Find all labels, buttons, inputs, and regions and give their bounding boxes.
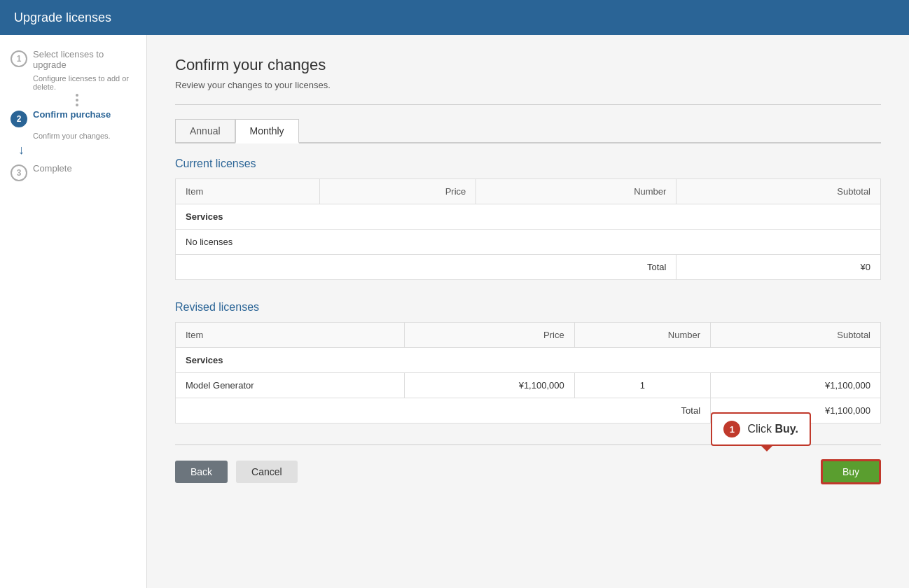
tab-monthly[interactable]: Monthly xyxy=(235,119,299,144)
tooltip-bold: Buy. xyxy=(775,423,798,435)
step-1-sublabel: Configure licenses to add or delete. xyxy=(33,74,136,91)
item-subtotal: ¥1,100,000 xyxy=(711,373,881,398)
step-1: 1 Select licenses to upgrade xyxy=(11,49,136,70)
step-3-circle: 3 xyxy=(11,164,27,181)
no-licenses-row: No licenses xyxy=(176,230,881,255)
revised-licenses-title: Revised licenses xyxy=(175,301,881,314)
col-item-current: Item xyxy=(176,179,320,204)
tab-annual[interactable]: Annual xyxy=(175,119,235,142)
back-button[interactable]: Back xyxy=(175,461,228,483)
col-number-current: Number xyxy=(476,179,676,204)
services-group-current: Services xyxy=(176,204,881,230)
app-title: Upgrade licenses xyxy=(14,10,111,25)
current-total-label: Total xyxy=(176,255,676,280)
services-label-revised: Services xyxy=(176,348,881,373)
current-licenses-title: Current licenses xyxy=(175,158,881,170)
item-name: Model Generator xyxy=(176,373,405,398)
click-buy-tooltip: 1 Click Buy. xyxy=(711,412,811,446)
tooltip-message: Click Buy. xyxy=(747,423,798,435)
footer-area: Back Cancel 1 Click Buy. Buy xyxy=(175,444,881,484)
step-3-title: Complete xyxy=(33,163,72,174)
current-total-row: Total ¥0 xyxy=(176,255,881,280)
billing-tabs: Annual Monthly xyxy=(175,119,881,144)
revised-licenses-table: Item Price Number Subtotal Services Mode… xyxy=(175,322,881,424)
col-price-current: Price xyxy=(320,179,476,204)
revised-total-label: Total xyxy=(176,398,711,424)
item-number: 1 xyxy=(574,373,710,398)
sidebar: 1 Select licenses to upgrade Configure l… xyxy=(0,35,147,588)
col-subtotal-revised: Subtotal xyxy=(711,323,881,348)
divider-top xyxy=(175,104,881,105)
left-buttons: Back Cancel xyxy=(175,461,298,483)
no-licenses-label: No licenses xyxy=(176,230,881,255)
step-2-circle: 2 xyxy=(11,111,27,127)
step-2: 2 Confirm purchase xyxy=(11,109,136,127)
col-subtotal-current: Subtotal xyxy=(676,179,881,204)
col-item-revised: Item xyxy=(176,323,405,348)
page-subtitle: Review your changes to your licenses. xyxy=(175,80,881,90)
dot-2 xyxy=(76,99,78,102)
step-3: 3 Complete xyxy=(11,163,136,181)
step-1-circle: 1 xyxy=(11,50,27,67)
tooltip-number: 1 xyxy=(723,421,740,438)
tooltip-prefix: Click xyxy=(747,423,775,435)
step-2-title: Confirm purchase xyxy=(33,109,111,120)
dot-3 xyxy=(76,104,78,106)
arrow-down-icon: ↓ xyxy=(18,143,136,158)
item-price: ¥1,100,000 xyxy=(404,373,574,398)
cancel-button[interactable]: Cancel xyxy=(236,461,298,483)
dot-1 xyxy=(76,94,78,97)
step-connector-dots xyxy=(18,94,136,106)
tooltip-arrow-icon xyxy=(761,446,772,451)
current-total-value: ¥0 xyxy=(676,255,881,280)
step-1-title: Select licenses to upgrade xyxy=(33,49,136,70)
col-number-revised: Number xyxy=(574,323,710,348)
services-group-revised: Services xyxy=(176,348,881,373)
main-content: Confirm your changes Review your changes… xyxy=(147,35,909,588)
services-label-current: Services xyxy=(176,204,881,230)
buy-button[interactable]: Buy xyxy=(821,459,881,484)
col-price-revised: Price xyxy=(404,323,574,348)
page-title: Confirm your changes xyxy=(175,56,881,74)
right-buttons: 1 Click Buy. Buy xyxy=(821,459,881,484)
step-2-sublabel: Confirm your changes. xyxy=(33,132,136,140)
top-bar: Upgrade licenses xyxy=(0,0,909,35)
current-licenses-table: Item Price Number Subtotal Services No l… xyxy=(175,178,881,280)
table-row: Model Generator ¥1,100,000 1 ¥1,100,000 xyxy=(176,373,881,398)
